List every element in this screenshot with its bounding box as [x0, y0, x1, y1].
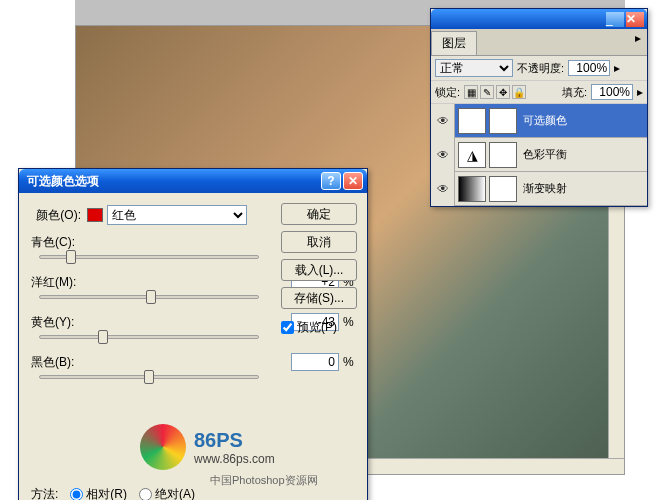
- tab-layers[interactable]: 图层: [431, 31, 477, 55]
- ok-button[interactable]: 确定: [281, 203, 357, 225]
- magenta-label: 洋红(M):: [31, 274, 87, 291]
- close-icon[interactable]: ✕: [343, 172, 363, 190]
- minimize-icon[interactable]: _: [606, 12, 624, 27]
- layer-list: 👁 ◐ 可选颜色 👁 ◮ 色彩平衡 👁 渐变映射: [431, 104, 647, 206]
- slider-thumb-icon[interactable]: [146, 290, 156, 304]
- preview-checkbox[interactable]: [281, 321, 294, 334]
- fill-input[interactable]: [591, 84, 633, 100]
- slider-thumb-icon[interactable]: [98, 330, 108, 344]
- watermark-tagline: 中国Photoshop资源网: [210, 473, 318, 488]
- color-swatch-icon: [87, 208, 103, 222]
- fill-label: 填充:: [562, 85, 587, 100]
- panel-menu-icon[interactable]: ▸: [629, 29, 647, 55]
- lock-paint-icon[interactable]: ✎: [480, 85, 494, 99]
- cyan-label: 青色(C):: [31, 234, 87, 251]
- slider-thumb-icon[interactable]: [66, 250, 76, 264]
- layer-item[interactable]: 👁 渐变映射: [431, 172, 647, 206]
- method-row: 方法: 相对(R) 绝对(A): [31, 486, 195, 500]
- visibility-eye-icon[interactable]: 👁: [431, 138, 455, 172]
- selective-color-dialog: 可选颜色选项 ? ✕ 颜色(O): 红色 青色(C): % 洋红(M): %: [18, 168, 368, 500]
- load-button[interactable]: 载入(L)...: [281, 259, 357, 281]
- slider-thumb-icon[interactable]: [144, 370, 154, 384]
- lock-label: 锁定:: [435, 85, 460, 100]
- lock-all-icon[interactable]: 🔒: [512, 85, 526, 99]
- layer-name: 色彩平衡: [521, 147, 647, 162]
- layer-name: 可选颜色: [521, 113, 647, 128]
- black-input[interactable]: [291, 353, 339, 371]
- black-label: 黑色(B):: [31, 354, 87, 371]
- help-icon[interactable]: ?: [321, 172, 341, 190]
- layer-item[interactable]: 👁 ◐ 可选颜色: [431, 104, 647, 138]
- close-icon[interactable]: ✕: [626, 12, 644, 27]
- cancel-button[interactable]: 取消: [281, 231, 357, 253]
- layer-mask-icon[interactable]: [489, 108, 517, 134]
- gradient-map-icon: [458, 176, 486, 202]
- opacity-label: 不透明度:: [517, 61, 564, 76]
- save-button[interactable]: 存储(S)...: [281, 287, 357, 309]
- layer-mask-icon[interactable]: [489, 142, 517, 168]
- dialog-titlebar[interactable]: 可选颜色选项 ? ✕: [19, 169, 367, 193]
- yellow-label: 黄色(Y):: [31, 314, 87, 331]
- dialog-title: 可选颜色选项: [23, 173, 319, 190]
- percent-label: %: [339, 355, 357, 369]
- blend-mode-select[interactable]: 正常: [435, 59, 513, 77]
- layer-item[interactable]: 👁 ◮ 色彩平衡: [431, 138, 647, 172]
- absolute-radio[interactable]: 绝对(A): [139, 486, 195, 500]
- dropdown-arrow-icon[interactable]: ▸: [637, 85, 643, 99]
- dropdown-arrow-icon[interactable]: ▸: [614, 61, 620, 75]
- black-slider[interactable]: [39, 375, 259, 379]
- opacity-input[interactable]: [568, 60, 610, 76]
- color-label: 颜色(O):: [31, 207, 87, 224]
- preview-label: 预览(P): [297, 319, 337, 336]
- visibility-eye-icon[interactable]: 👁: [431, 172, 455, 206]
- yellow-slider[interactable]: [39, 335, 259, 339]
- visibility-eye-icon[interactable]: 👁: [431, 104, 455, 138]
- lock-transparent-icon[interactable]: ▦: [464, 85, 478, 99]
- relative-radio[interactable]: 相对(R): [70, 486, 127, 500]
- cyan-slider[interactable]: [39, 255, 259, 259]
- lock-move-icon[interactable]: ✥: [496, 85, 510, 99]
- selective-color-icon: ◐: [458, 108, 486, 134]
- panel-titlebar[interactable]: _ ✕: [431, 9, 647, 29]
- layers-panel: _ ✕ 图层 ▸ 正常 不透明度: ▸ 锁定: ▦ ✎ ✥ 🔒 填充: ▸ 👁 …: [430, 8, 648, 207]
- layer-mask-icon[interactable]: [489, 176, 517, 202]
- layer-name: 渐变映射: [521, 181, 647, 196]
- magenta-slider[interactable]: [39, 295, 259, 299]
- method-label: 方法:: [31, 486, 58, 500]
- color-balance-icon: ◮: [458, 142, 486, 168]
- lock-icons: ▦ ✎ ✥ 🔒: [464, 85, 526, 99]
- color-select[interactable]: 红色: [107, 205, 247, 225]
